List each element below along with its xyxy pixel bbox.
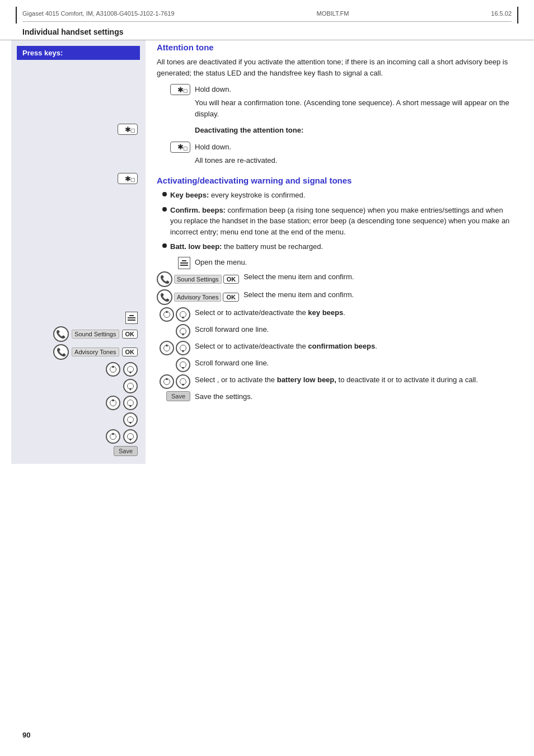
- advisory-tones-content-row: 📞 Advisory Tones OK Select the menu item…: [157, 289, 512, 305]
- lc-menu-row: [17, 312, 140, 324]
- bullet-text-3: Batt. low beep: the battery must be rech…: [170, 241, 323, 252]
- star-key-icon-2: ✱ ▢: [118, 173, 138, 184]
- open-menu-text: Open the menu.: [195, 257, 512, 268]
- nav-up-right-3: [160, 374, 174, 389]
- advisory-tones-tag: Advisory Tones: [174, 293, 221, 302]
- lc-scroll-row-1: [17, 379, 140, 393]
- advisory-tones-icon-cell: 📞 Advisory Tones OK: [157, 289, 239, 305]
- attention-tone-title: Attention tone: [157, 43, 512, 52]
- attention-tone-intro: All tones are deactivated if you activat…: [157, 57, 512, 78]
- deactivate-label: Deactivating the attention tone:: [195, 125, 512, 136]
- lc-nav-row-3: [17, 429, 140, 444]
- nav-wheel-up-2: [106, 396, 120, 410]
- nav-wheel-scroll-1: [123, 379, 138, 393]
- scroll-text-2: Scroll forward one line.: [195, 358, 512, 369]
- save-button[interactable]: Save: [114, 446, 138, 456]
- key-beeps-bold: key beeps: [308, 308, 343, 317]
- key-beeps-icon-cell: [157, 307, 190, 322]
- hold-down-row-1: ✱ ▢ Hold down.: [157, 84, 512, 95]
- reactivated-text: All tones are re-activated.: [195, 155, 512, 166]
- confirm-tone-text: You will hear a confirmation tone. (Asce…: [195, 97, 512, 119]
- lc-advisory-tones-row: 📞 Advisory Tones OK: [17, 344, 140, 360]
- hold-down-text-1: Hold down.: [195, 84, 512, 95]
- nav-scroll-right-1: [176, 324, 190, 339]
- open-menu-row: Open the menu.: [157, 257, 512, 269]
- main-layout: Press keys: ✱ ▢ ✱ ▢: [0, 40, 534, 464]
- page-number: 90: [22, 731, 30, 739]
- sound-settings-label: Sound Settings: [72, 330, 119, 339]
- phone-icon-1: 📞: [53, 326, 69, 342]
- section-heading: Individual handset settings: [0, 22, 534, 40]
- bullet-text-1: Key beeps: every keystroke is confirmed.: [170, 190, 305, 201]
- battery-bold: battery low beep,: [277, 375, 336, 384]
- bullet-text-2: Confirm. beeps: confirmation beep (a ris…: [170, 205, 512, 238]
- press-keys-header: Press keys:: [17, 46, 140, 60]
- bullet-confirm-beeps: Confirm. beeps: confirmation beep (a ris…: [162, 205, 512, 238]
- save-tag[interactable]: Save: [166, 391, 190, 401]
- scroll-icon-cell-1: [157, 324, 190, 339]
- nav-up-right-1: [160, 307, 174, 322]
- star-key-cell-2: ✱ ▢: [157, 142, 190, 153]
- star-key-inline-1: ✱ ▢: [170, 84, 190, 95]
- bullet-label-3: Batt. low beep:: [170, 242, 222, 251]
- bullet-label-1: Key beeps:: [170, 191, 209, 199]
- confirm-beeps-bold: confirmation beeps: [308, 342, 375, 350]
- nav-down-right-3: [176, 374, 190, 389]
- save-action-text: Save the settings.: [195, 391, 512, 402]
- lc-star-key-row-2: ✱ ▢: [17, 173, 140, 184]
- nav-wheel-down-1: [123, 362, 138, 377]
- sound-settings-action-text: Select the menu item and confirm.: [243, 271, 512, 283]
- nav-down-right-2: [176, 341, 190, 355]
- menu-icon-cell: [157, 257, 190, 269]
- save-icon-cell: Save: [157, 391, 190, 401]
- lc-spacer-1: [17, 65, 140, 93]
- meta-center-text: MOBILT.FM: [316, 10, 349, 17]
- nav-wheel-up-1: [106, 362, 120, 377]
- scroll-icon-cell-2: [157, 358, 190, 372]
- left-column: Press keys: ✱ ▢ ✱ ▢: [11, 40, 146, 464]
- lc-spacer-4: [17, 186, 140, 309]
- hold-down-text-2: Hold down.: [195, 142, 512, 153]
- battery-icon-cell: [157, 374, 190, 389]
- advisory-tones-action-text: Select the menu item and confirm.: [243, 289, 512, 300]
- battery-select-row: Select , or to activate the battery low …: [157, 374, 512, 389]
- scroll-row-2: Scroll forward one line.: [157, 358, 512, 372]
- phone-icon-2: 📞: [53, 344, 69, 360]
- ok-btn-1: OK: [122, 330, 138, 339]
- meta-header: Gigaset 4015 Comfort, IM, A31008-G4015-J…: [0, 0, 534, 21]
- meta-left-text: Gigaset 4015 Comfort, IM, A31008-G4015-J…: [22, 10, 175, 17]
- warning-tones-title: Activating/deactivating warning and sign…: [157, 176, 512, 185]
- left-margin-line: [16, 7, 17, 24]
- nav-scroll-right-2: [176, 358, 190, 372]
- star-key-icon-1: ✱ ▢: [118, 124, 138, 135]
- bullet-body-1: every keystroke is confirmed.: [211, 191, 305, 199]
- phone-icon-right-1: 📞: [157, 271, 172, 287]
- nav-down-right-1: [176, 307, 190, 322]
- meta-right-text: 16.5.02: [491, 10, 512, 17]
- confirm-beeps-select-row: Select or to activate/deactivate the con…: [157, 341, 512, 355]
- sound-settings-content-row: 📞 Sound Settings OK Select the menu item…: [157, 271, 512, 287]
- key-beeps-text: Select or to activate/deactivate the key…: [195, 307, 512, 318]
- confirm-beeps-text: Select or to activate/deactivate the con…: [195, 341, 512, 352]
- scroll-row-1: Scroll forward one line.: [157, 324, 512, 339]
- ok-btn-right-1: OK: [223, 275, 240, 284]
- scroll-text-1: Scroll forward one line.: [195, 324, 512, 335]
- confirm-beeps-icon-cell: [157, 341, 190, 355]
- lc-spacer-3: [17, 137, 140, 171]
- lc-nav-row-1: [17, 362, 140, 377]
- nav-wheel-up-3: [106, 429, 120, 444]
- lc-spacer-2: [17, 93, 140, 121]
- star-key-cell-1: ✱ ▢: [157, 84, 190, 95]
- advisory-tones-label: Advisory Tones: [72, 348, 119, 356]
- nav-wheel-scroll-2: [123, 412, 138, 427]
- star-key-inline-2: ✱ ▢: [170, 142, 190, 153]
- bullet-key-beeps: Key beeps: every keystroke is confirmed.: [162, 190, 512, 201]
- sound-settings-tag: Sound Settings: [174, 275, 222, 284]
- bullet-label-2: Confirm. beeps:: [170, 206, 226, 214]
- save-row: Save Save the settings.: [157, 391, 512, 402]
- nav-up-right-2: [160, 341, 174, 355]
- bullet-batt-low: Batt. low beep: the battery must be rech…: [162, 241, 512, 252]
- bullet-dot-3: [162, 243, 167, 248]
- bullet-list: Key beeps: every keystroke is confirmed.…: [162, 190, 512, 252]
- menu-icon-right: [178, 257, 190, 269]
